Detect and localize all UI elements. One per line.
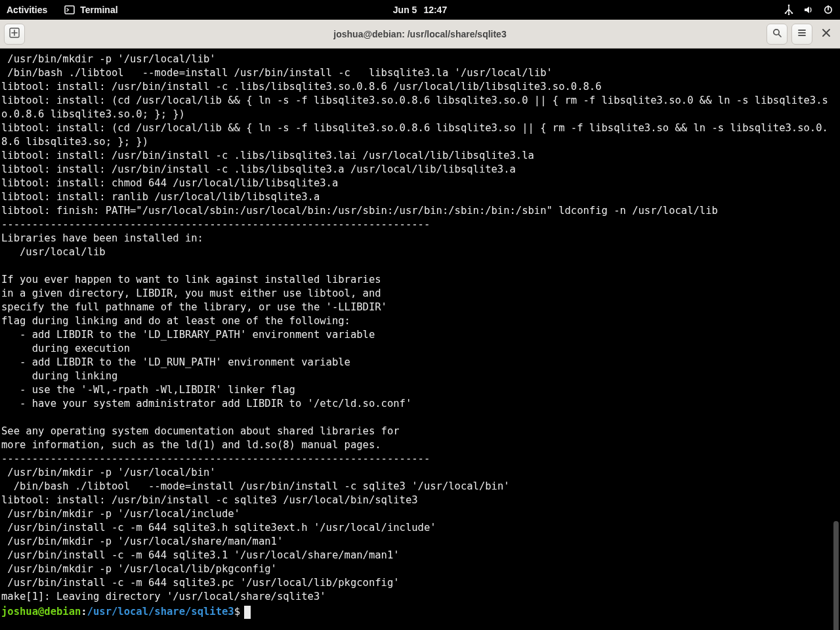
activities-button[interactable]: Activities: [7, 5, 47, 15]
svg-rect-0: [65, 6, 74, 14]
time-label: 12:47: [423, 5, 447, 15]
svg-point-2: [785, 12, 787, 14]
hamburger-icon: [797, 28, 807, 41]
terminal-output: /usr/bin/mkdir -p '/usr/local/lib' /bin/…: [0, 49, 840, 605]
window-title: joshua@debian: /usr/local/share/sqlite3: [333, 29, 506, 39]
network-icon: [784, 5, 794, 15]
search-icon: [772, 28, 782, 41]
gnome-top-bar: Activities Terminal Jun 5 12:47: [0, 0, 840, 20]
power-icon: [823, 5, 833, 15]
prompt-line[interactable]: joshua@debian : /usr/local/share/sqlite3…: [0, 605, 840, 619]
terminal-viewport[interactable]: /usr/bin/mkdir -p '/usr/local/lib' /bin/…: [0, 49, 840, 630]
clock-menu[interactable]: Jun 5 12:47: [393, 5, 447, 15]
close-button[interactable]: [816, 24, 836, 44]
svg-point-1: [788, 5, 790, 6]
cursor: [244, 606, 251, 619]
terminal-window: joshua@debian: /usr/local/share/sqlite3 …: [0, 20, 840, 630]
new-tab-button[interactable]: [4, 24, 25, 45]
prompt-cwd: /usr/local/share/sqlite3: [87, 605, 234, 619]
close-icon: [822, 28, 831, 40]
plus-icon: [9, 28, 20, 41]
system-status-area[interactable]: [784, 5, 833, 15]
terminal-icon: [64, 5, 75, 15]
menu-button[interactable]: [791, 24, 812, 45]
search-button[interactable]: [766, 24, 788, 45]
scrollbar-thumb[interactable]: [833, 521, 839, 630]
svg-point-3: [791, 12, 793, 14]
headerbar: joshua@debian: /usr/local/share/sqlite3: [0, 20, 840, 49]
prompt-sigil: $: [234, 605, 240, 619]
svg-point-4: [788, 14, 790, 15]
volume-icon: [803, 5, 814, 15]
svg-line-9: [778, 34, 781, 37]
date-label: Jun 5: [393, 5, 417, 15]
prompt-separator: :: [81, 605, 87, 619]
active-app-label: Terminal: [80, 5, 117, 15]
prompt-user-host: joshua@debian: [1, 605, 81, 619]
active-app-menu[interactable]: Terminal: [64, 5, 117, 15]
